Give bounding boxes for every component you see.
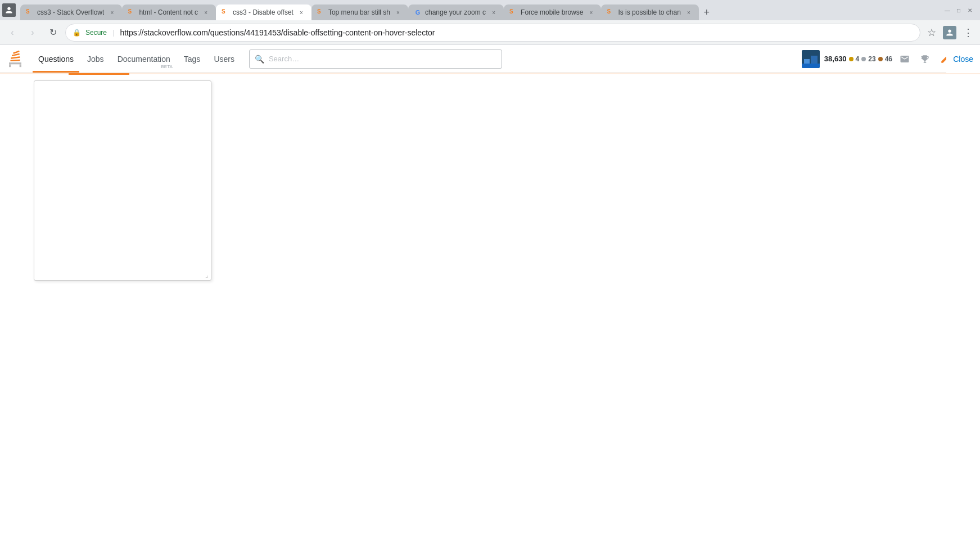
tab-title-3: css3 - Disable offset [233, 8, 293, 16]
bookmark-star-button[interactable]: ☆ [925, 24, 938, 41]
profile-icon[interactable] [2, 3, 16, 17]
nav-jobs[interactable]: Jobs [82, 45, 110, 73]
lock-icon: 🔒 [73, 29, 81, 37]
gold-badge-dot [849, 57, 853, 61]
so-logo[interactable] [7, 49, 24, 69]
tab-favicon-2: S [128, 8, 136, 16]
url-bar[interactable]: 🔒 Secure | https://stackoverflow.com/que… [65, 24, 920, 42]
tab-close-4[interactable]: × [394, 8, 403, 17]
trophy-icon-button[interactable] [917, 51, 933, 67]
tab-title-6: Force mobile browse [521, 8, 583, 16]
so-nav: Questions Jobs Documentation BETA Tags U… [33, 45, 240, 73]
svg-rect-4 [11, 56, 20, 58]
svg-rect-1 [9, 64, 11, 67]
search-input[interactable] [249, 49, 502, 69]
profile-area [0, 0, 20, 20]
popup-box[interactable] [34, 80, 211, 281]
gold-badge-count: 4 [856, 55, 860, 63]
inbox-icon-button[interactable] [897, 51, 913, 67]
url-separator: | [112, 28, 114, 37]
svg-rect-0 [9, 62, 21, 64]
tab-title-2: html - Content not c [139, 8, 198, 16]
tab-favicon-3: S [222, 8, 229, 16]
tab-css3-stackoverflow[interactable]: S css3 - Stack Overflowt × [20, 4, 122, 20]
svg-rect-10 [802, 64, 820, 68]
tab-close-1[interactable]: × [107, 8, 116, 17]
extensions-area [943, 26, 956, 39]
reload-button[interactable]: ↻ [45, 25, 61, 40]
nav-questions[interactable]: Questions [33, 45, 79, 73]
tab-title-7: Is is possible to chan [618, 8, 680, 16]
nav-tags[interactable]: Tags [178, 45, 206, 73]
tab-html-content[interactable]: S html - Content not c × [122, 4, 216, 20]
svg-rect-3 [10, 59, 20, 61]
close-button[interactable]: ✕ [967, 7, 973, 13]
user-avatar[interactable] [802, 50, 820, 68]
so-header: Questions Jobs Documentation BETA Tags U… [0, 45, 980, 73]
url-text: https://stackoverflow.com/questions/4419… [120, 28, 435, 37]
tab-google-zoom[interactable]: G change your zoom c × [408, 4, 504, 20]
close-panel: Close [946, 45, 980, 73]
tab-top-menu-bar[interactable]: S Top menu bar still sh × [311, 4, 408, 20]
tab-force-mobile[interactable]: S Force mobile browse × [504, 4, 601, 20]
tab-title-4: Top menu bar still sh [328, 8, 390, 16]
tab-close-6[interactable]: × [586, 8, 595, 17]
forward-button[interactable]: › [25, 25, 40, 40]
tab-favicon-7: S [607, 8, 615, 16]
new-tab-button[interactable]: + [699, 4, 715, 20]
so-search: 🔍 [249, 49, 502, 69]
svg-rect-2 [20, 64, 21, 67]
tab-title-5: change your zoom c [425, 8, 486, 16]
beta-badge: BETA [161, 64, 172, 69]
bronze-badge-dot [878, 57, 883, 61]
nav-documentation[interactable]: Documentation BETA [112, 45, 176, 73]
tabs-area: S css3 - Stack Overflowt × S html - Cont… [20, 0, 937, 20]
tab-close-2[interactable]: × [201, 8, 210, 17]
tab-favicon-6: S [509, 8, 517, 16]
window-controls: — □ ✕ [937, 0, 980, 20]
svg-rect-6 [13, 50, 19, 53]
tab-favicon-1: S [26, 8, 34, 16]
more-options-button[interactable]: ⋮ [961, 24, 976, 41]
maximize-button[interactable]: □ [955, 7, 962, 13]
nav-users[interactable]: Users [208, 45, 240, 73]
svg-rect-5 [12, 53, 20, 56]
back-button[interactable]: ‹ [4, 25, 20, 40]
close-button[interactable]: Close [953, 55, 973, 64]
minimize-button[interactable]: — [944, 7, 951, 13]
tab-favicon-4: S [317, 8, 325, 16]
bronze-badge-count: 46 [885, 55, 892, 63]
address-bar: ‹ › ↻ 🔒 Secure | https://stackoverflow.c… [0, 20, 980, 45]
secure-text: Secure [85, 29, 107, 37]
extension-button[interactable] [943, 26, 956, 39]
tab-favicon-5: G [414, 8, 422, 16]
title-bar: S css3 - Stack Overflowt × S html - Cont… [0, 0, 980, 20]
chrome-window: S css3 - Stack Overflowt × S html - Cont… [0, 0, 980, 554]
user-reputation: 38,630 4 23 46 [824, 55, 892, 63]
tab-title-1: css3 - Stack Overflowt [37, 8, 104, 16]
tab-close-5[interactable]: × [489, 8, 498, 17]
tab-is-possible[interactable]: S Is is possible to chan × [601, 4, 698, 20]
tab-close-7[interactable]: × [684, 8, 693, 17]
main-content [0, 75, 980, 554]
search-icon: 🔍 [255, 55, 264, 64]
silver-badge-count: 23 [868, 55, 875, 63]
silver-badge-dot [861, 57, 866, 61]
tab-close-3[interactable]: × [297, 8, 306, 17]
tab-css3-disable-active[interactable]: S css3 - Disable offset × [216, 4, 311, 20]
